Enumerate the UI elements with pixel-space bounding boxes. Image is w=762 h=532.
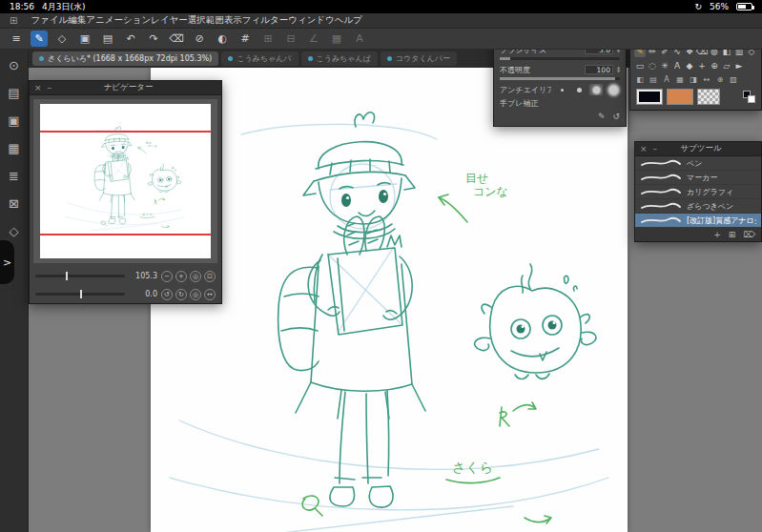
stroke-settings-icon[interactable]: ✎	[598, 112, 606, 121]
undo-icon[interactable]: ↶	[122, 31, 139, 47]
zoom-slider[interactable]	[35, 275, 125, 277]
subtool-stroke-preview	[640, 201, 682, 211]
subtool-marker[interactable]: マーカー	[635, 171, 761, 185]
zoom-fit-button[interactable]: ◎	[190, 271, 201, 282]
navigator-thumbnail[interactable]	[40, 104, 211, 258]
text-icon[interactable]: A	[661, 73, 672, 86]
wand-tool-icon[interactable]: ✳	[659, 59, 670, 72]
rotate-reset-button[interactable]: ◎	[190, 289, 201, 300]
main-menu-icon[interactable]: ≡	[8, 31, 25, 47]
transparent-color-swatch[interactable]	[697, 89, 720, 105]
battery-icon	[736, 3, 752, 10]
opacity-stepper[interactable]: ▲▼	[617, 66, 620, 73]
hatch-icon[interactable]: ▧	[728, 73, 739, 86]
navigator-thumbnail-area[interactable]	[33, 99, 217, 263]
antialias-strong-button[interactable]	[607, 84, 620, 95]
text-tool-icon[interactable]: A	[671, 59, 683, 72]
apps-icon[interactable]: ⊞	[10, 15, 17, 26]
pattern-icon[interactable]: ▦	[5, 140, 24, 155]
add-subtool-icon[interactable]: +	[713, 230, 721, 239]
zoom-out-button[interactable]: −	[161, 271, 173, 282]
rotate-right-button[interactable]: ↻	[175, 289, 187, 300]
close-icon[interactable]: ×	[34, 83, 42, 92]
rotate-slider[interactable]	[35, 293, 125, 296]
ruler-icon[interactable]: ∠	[305, 31, 322, 47]
antialias-middle-button[interactable]	[589, 84, 603, 95]
document-tab[interactable]: コウタくんパー	[381, 51, 457, 66]
export-icon[interactable]: ▤	[99, 31, 116, 47]
cube-icon[interactable]: ◇	[5, 223, 24, 238]
reset-icon[interactable]: ↺	[612, 112, 620, 121]
grid-icon[interactable]: ⊞	[259, 31, 277, 47]
minimize-icon[interactable]: –	[48, 83, 52, 92]
sketch-note-2: コンな	[473, 185, 508, 198]
subtool-titlebar[interactable]: × – サブツール	[635, 142, 761, 156]
duplicate-subtool-icon[interactable]: ⊞	[729, 230, 736, 239]
minimize-icon[interactable]: –	[653, 144, 658, 153]
opacity-slider[interactable]	[500, 77, 620, 80]
text-tool-icon[interactable]: A	[351, 31, 368, 47]
pen-mode-icon[interactable]: ✎	[31, 31, 48, 47]
subtool-stroke-preview	[640, 215, 682, 225]
edge-drawer-handle[interactable]: >	[0, 240, 14, 284]
deselect-icon[interactable]: ⊘	[191, 31, 208, 47]
zoom-100-button[interactable]: ⊡	[204, 271, 216, 282]
mask-icon[interactable]: ◨	[688, 73, 699, 86]
brush-size-slider[interactable]	[500, 57, 620, 60]
search-icon[interactable]: ⊙	[5, 57, 24, 72]
redo-icon[interactable]: ↷	[145, 31, 162, 47]
eyedropper-tool-icon[interactable]: ◆	[684, 59, 695, 72]
menu-item[interactable]: ファイル編集アニメーションレイヤー選択範囲表示フィルターウィンドウヘルプ	[31, 14, 362, 27]
image-icon[interactable]: ▣	[5, 113, 24, 128]
close-box-icon[interactable]: ⊠	[5, 195, 24, 211]
invert-selection-icon[interactable]: ◐	[214, 31, 231, 47]
sketch-note-1: 目せ	[465, 172, 488, 185]
rotate-left-button[interactable]: ↺	[161, 289, 173, 300]
delete-subtool-icon[interactable]: ⌦	[743, 230, 755, 239]
canvas[interactable]: 目せ コンな さくら	[151, 68, 628, 532]
touch-gesture-icon[interactable]: ◇	[53, 31, 71, 47]
zoom-value: 105.3	[129, 272, 157, 280]
navigator-panel: × – ナビゲーター 105.3 −+◎⊡ 0.0 ↺↻◎↔	[29, 80, 222, 304]
switch-colors-icon[interactable]	[743, 91, 755, 103]
sliders-icon[interactable]: ≣	[5, 168, 24, 183]
document-tab[interactable]: こうみちゃんパ	[221, 51, 298, 66]
screen-icon[interactable]: ▦	[674, 73, 686, 86]
material-icon[interactable]: ▦	[328, 31, 345, 47]
antialias-label: アンチエイリアス	[500, 85, 551, 95]
close-icon[interactable]: ×	[640, 144, 648, 153]
red-guide-bottom	[40, 234, 211, 235]
subtool-pen[interactable]: ペン	[635, 156, 761, 171]
subtool-analog-pen[interactable]: [改訂版]質感アナログ風ペン	[635, 214, 761, 228]
subtool-stroke-preview	[640, 158, 682, 168]
layer-icon[interactable]: ◧	[634, 73, 646, 86]
subtool-rough-pen[interactable]: ざらつきペン	[635, 199, 761, 214]
navigator-titlebar[interactable]: × – ナビゲーター	[30, 81, 221, 95]
move-tool-icon[interactable]: +	[696, 59, 708, 72]
object-tool-icon[interactable]: ►	[733, 59, 745, 72]
zoom-tool-icon[interactable]: ⊕	[709, 59, 720, 72]
sub-color-swatch[interactable]	[667, 89, 693, 105]
materials-icon[interactable]: ▤	[5, 85, 24, 100]
import-icon[interactable]: ▣	[76, 31, 93, 47]
main-color-swatch[interactable]	[636, 89, 663, 105]
marquee-tool-icon[interactable]: ▭	[634, 59, 646, 72]
zoom-in-button[interactable]: +	[175, 271, 187, 282]
lasso-tool-icon[interactable]: ◌	[647, 59, 658, 72]
magnify-icon[interactable]: ⊕	[714, 73, 726, 86]
layer-property-icon[interactable]: ▤	[648, 73, 659, 86]
flip-button[interactable]: ↔	[204, 289, 216, 300]
snap-icon[interactable]: ⊟	[282, 31, 299, 47]
hand-tool-icon[interactable]: ▱	[721, 59, 732, 72]
menu-bar: ⊞ ファイル編集アニメーションレイヤー選択範囲表示フィルターウィンドウヘルプ	[0, 13, 762, 29]
crop-icon[interactable]: #	[237, 31, 254, 47]
eraser-icon[interactable]: ⌫	[168, 31, 185, 47]
document-tab[interactable]: こうみちゃんぱ	[301, 51, 378, 66]
document-tab[interactable]: さくらいろ* (1668 x 1668px 72dpi 105.3%)	[32, 51, 218, 66]
opacity-value[interactable]: 100	[585, 65, 613, 74]
antialias-weak-button[interactable]	[572, 84, 586, 95]
subtool-calligraphy[interactable]: カリグラフィ	[635, 185, 761, 199]
status-bar: 18:56 4月3日(水) ↻ 56%	[0, 0, 762, 13]
flip-icon[interactable]: ↔	[701, 73, 712, 86]
antialias-none-button[interactable]	[555, 84, 568, 95]
